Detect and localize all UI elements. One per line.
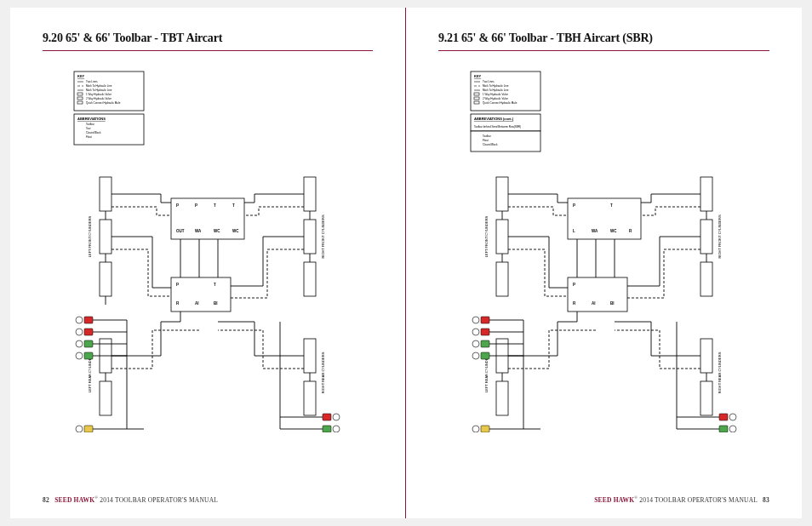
port: T	[610, 203, 613, 208]
port-label: OUT	[176, 229, 185, 233]
connectors-right-bottom	[677, 414, 736, 432]
svg-rect-8	[100, 177, 112, 211]
cyl-label: RIGHT REAR CYLINDERS	[321, 352, 325, 393]
svg-rect-87	[481, 329, 489, 335]
port-label: BI	[610, 301, 615, 306]
abbr-line: Closed Block	[86, 131, 101, 134]
svg-rect-70	[700, 177, 712, 211]
page-right: 9.21 65' & 66' Toolbar - TBH Aircart (SB…	[406, 8, 802, 518]
right-front-cylinders	[700, 177, 712, 296]
port: T	[232, 203, 235, 208]
svg-point-42	[76, 426, 83, 432]
svg-rect-96	[481, 426, 489, 432]
svg-rect-22	[304, 339, 316, 373]
svg-point-92	[472, 352, 479, 359]
key-title: KEY	[474, 74, 482, 78]
key-title: KEY	[77, 74, 85, 78]
abbr-line: Float	[483, 139, 489, 142]
right-rear-cylinders	[700, 339, 712, 415]
footer-rest: 2014 TOOLBAR OPERATOR'S MANUAL	[638, 495, 758, 503]
svg-point-86	[472, 329, 479, 335]
cyl-label: RIGHT FRONT CYLINDERS	[321, 214, 325, 259]
svg-point-45	[333, 414, 340, 420]
left-rear-cylinders	[496, 339, 508, 415]
rule-left	[43, 50, 373, 51]
svg-rect-46	[323, 414, 331, 420]
key-line: Mark To Hydraulic Line	[86, 84, 112, 88]
svg-rect-43	[84, 426, 93, 432]
page-left: 9.20 65' & 66' Toolbar - TBT Aircart KEY…	[10, 8, 406, 518]
cyl-label: LEFT FRONT CYLINDERS	[88, 215, 92, 257]
cyl-label: LEFT FRONT CYLINDERS	[484, 215, 489, 257]
abbr-line: Toolbar behind Seed Between Row(SBR)	[474, 125, 521, 129]
svg-rect-40	[84, 352, 93, 359]
svg-rect-12	[100, 262, 112, 296]
svg-point-101	[729, 426, 736, 432]
heading-left: 9.20 65' & 66' Toolbar - TBT Aircart	[43, 31, 373, 45]
svg-rect-62	[496, 177, 508, 211]
port-label: AI	[195, 301, 199, 306]
svg-point-30	[76, 317, 83, 323]
cyl-label: RIGHT FRONT CYLINDERS	[718, 214, 722, 259]
key-line: Two Lines	[483, 80, 495, 83]
svg-rect-93	[481, 352, 489, 359]
port: P	[176, 283, 179, 287]
svg-rect-24	[304, 381, 316, 415]
schematic-svg-left: KEY Two Lines Mark To Hydraulic Line Mar…	[67, 66, 348, 432]
svg-rect-37	[84, 340, 93, 347]
key-line: Mark To Hydraulic Line	[483, 89, 509, 92]
port: T	[214, 283, 216, 287]
svg-rect-66	[496, 262, 508, 296]
key-line: 1 Way Hydraulic Valve	[483, 93, 508, 96]
svg-rect-77	[700, 381, 712, 415]
key-line: Mark To Hydraulic Line	[483, 84, 509, 88]
svg-point-36	[76, 340, 83, 347]
svg-rect-84	[481, 317, 489, 323]
abbr-line: Tow	[86, 127, 91, 130]
svg-rect-19	[304, 220, 316, 254]
svg-rect-90	[481, 340, 489, 347]
svg-rect-61	[471, 131, 540, 152]
port: P	[176, 203, 179, 208]
footer-right: SEED HAWK® 2014 TOOLBAR OPERATOR'S MANUA…	[594, 495, 769, 504]
svg-rect-17	[304, 177, 316, 211]
port: T	[214, 203, 216, 208]
hydraulic-diagram-right: KEY Two Lines Mark To Hydraulic Line Mar…	[464, 66, 745, 432]
svg-rect-34	[84, 329, 93, 335]
svg-point-98	[729, 414, 736, 420]
key-line: Two Lines	[86, 80, 98, 83]
port-label: WA	[195, 229, 202, 233]
svg-rect-99	[719, 414, 728, 420]
svg-rect-79	[568, 277, 627, 312]
page-number-right: 83	[763, 495, 769, 503]
svg-rect-49	[323, 426, 331, 432]
svg-rect-64	[496, 220, 508, 254]
port: P	[195, 203, 197, 208]
svg-rect-21	[304, 262, 316, 296]
footer-brand: SEED HAWK	[594, 495, 634, 503]
svg-point-48	[333, 426, 340, 432]
key-line: 2 Way Hydraulic Valve	[86, 97, 112, 100]
hydraulic-diagram-left: KEY Two Lines Mark To Hydraulic Line Mar…	[67, 66, 348, 432]
svg-point-89	[472, 340, 479, 347]
svg-rect-69	[496, 381, 508, 415]
svg-rect-26	[171, 277, 231, 312]
port: P	[573, 203, 575, 208]
svg-rect-10	[100, 220, 112, 254]
right-rear-cylinders	[304, 339, 316, 415]
svg-rect-16	[100, 381, 112, 415]
left-rear-cylinders	[100, 339, 112, 415]
abbr-line: Toolbar	[86, 123, 94, 126]
svg-point-95	[472, 426, 479, 432]
footer-rest: 2014 TOOLBAR OPERATOR'S MANUAL	[98, 495, 218, 503]
port-label: L	[573, 229, 575, 233]
footer-brand: SEED HAWK	[54, 495, 94, 503]
schematic-svg-right: KEY Two Lines Mark To Hydraulic Line Mar…	[464, 66, 745, 432]
svg-rect-75	[700, 339, 712, 373]
cyl-label: RIGHT REAR CYLINDERS	[718, 352, 722, 393]
key-line: Quick Connect Hydraulic Male	[483, 101, 518, 105]
connectors-right-bottom	[280, 414, 340, 432]
footer-left: 82 SEED HAWK® 2014 TOOLBAR OPERATOR'S MA…	[43, 495, 218, 504]
heading-right: 9.21 65' & 66' Toolbar - TBH Aircart (SB…	[438, 31, 769, 45]
key-line: Quick Connect Hydraulic Male	[86, 101, 121, 105]
